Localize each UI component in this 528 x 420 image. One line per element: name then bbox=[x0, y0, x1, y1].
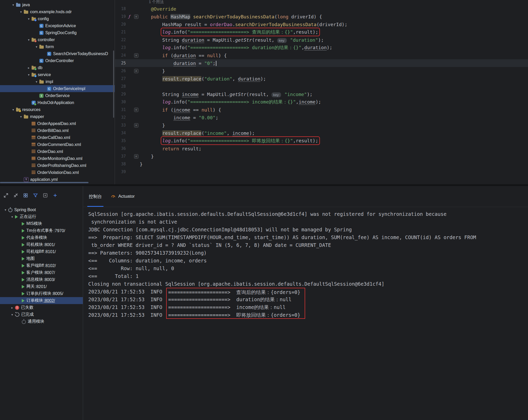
collapse-all-icon[interactable] bbox=[13, 193, 19, 198]
run-item-item[interactable]: ▾已完成 bbox=[0, 311, 83, 318]
tree-item-controller[interactable]: ▾controller bbox=[0, 36, 115, 43]
play-icon bbox=[22, 271, 25, 275]
chevron-expanded-icon[interactable]: ▾ bbox=[26, 17, 32, 21]
fold-end-icon[interactable]: ∧ bbox=[134, 123, 138, 128]
tab-actuator[interactable]: Actuator bbox=[106, 186, 139, 207]
chevron-expanded-icon[interactable]: ▾ bbox=[26, 38, 32, 42]
editor-line-28[interactable]: 28 bbox=[115, 83, 528, 90]
project-tree-horizontal-scrollbar[interactable] bbox=[0, 182, 89, 183]
run-item-item[interactable]: 客户模块 :8007/ bbox=[0, 269, 83, 276]
console-output[interactable]: SqlSession [org.apache.ibatis.session.de… bbox=[83, 207, 528, 420]
fold-start-icon[interactable]: ∨ bbox=[134, 53, 138, 58]
editor-line-39[interactable]: 39 bbox=[115, 168, 528, 176]
run-item-item[interactable]: 地图 bbox=[0, 255, 83, 262]
run-item-item[interactable]: 通用模块 bbox=[0, 318, 83, 325]
filter-icon[interactable] bbox=[33, 193, 38, 198]
expand-all-icon[interactable] bbox=[3, 193, 9, 198]
tree-item-orderprofitsharingdao-xml[interactable]: OrderProfitsharingDao.xml bbox=[0, 162, 115, 169]
add-service-icon[interactable] bbox=[52, 193, 58, 198]
tree-item-service[interactable]: ▾service bbox=[0, 71, 115, 78]
editor-line-25[interactable]: 25 duration = "0"; bbox=[115, 59, 528, 67]
editor-line-18[interactable]: 18 @Override bbox=[115, 5, 528, 13]
run-item-item[interactable]: 网关 :8201/ bbox=[0, 283, 83, 290]
tree-item-orderbilldao-xml[interactable]: OrderBillDao.xml bbox=[0, 127, 115, 134]
tree-item-exceptionadvice[interactable]: ExceptionAdvice bbox=[0, 22, 115, 29]
editor-line-21[interactable]: 21 log.info("====================> 查询后的结… bbox=[115, 28, 528, 36]
run-item-item[interactable]: 司机模块 :8001/ bbox=[0, 241, 83, 248]
run-item-bff[interactable]: 客戶端Bff :8102/ bbox=[0, 262, 83, 269]
chevron-expanded-icon[interactable]: ▾ bbox=[34, 80, 39, 84]
fold-start-icon[interactable]: ∨ bbox=[134, 108, 138, 112]
chevron-collapsed-icon[interactable]: ▸ bbox=[26, 66, 32, 70]
editor-line-38[interactable]: 38} bbox=[115, 160, 528, 168]
chevron-expanded-icon[interactable]: ▾ bbox=[34, 45, 39, 49]
fold-start-icon[interactable]: ∨ bbox=[134, 14, 138, 19]
tree-item-ordercalldao-xml[interactable]: OrderCallDao.xml bbox=[0, 134, 115, 141]
tree-item-springdocconfig[interactable]: SpringDocConfig bbox=[0, 29, 115, 36]
label: 已失败 bbox=[21, 305, 33, 310]
tree-item-java[interactable]: ▾java bbox=[0, 1, 115, 8]
run-item-item[interactable]: 代金券模块 bbox=[0, 234, 83, 241]
tree-item-orderdao-xml[interactable]: OrderDao.xml bbox=[0, 148, 115, 155]
run-item-item[interactable]: ▾正在运行 bbox=[0, 213, 83, 220]
usages-inlay-hint[interactable]: 1 个用法 bbox=[115, 0, 528, 5]
fold-end-icon[interactable]: ∧ bbox=[134, 69, 138, 73]
chevron-collapsed-icon[interactable]: ▸ bbox=[9, 306, 15, 310]
tree-item-com-example-hxds-odr[interactable]: ▾com.example.hxds.odr bbox=[0, 8, 115, 15]
chevron-expanded-icon[interactable]: ▾ bbox=[10, 108, 16, 112]
tree-item-mapper[interactable]: ▾mapper bbox=[0, 113, 115, 120]
run-item-mis[interactable]: MIS模块 bbox=[0, 220, 83, 227]
project-tree-vertical-scrollbar[interactable] bbox=[113, 50, 114, 118]
chevron-expanded-icon[interactable]: ▾ bbox=[3, 208, 8, 212]
tree-item-ordermonitoringdao-xml[interactable]: OrderMonitoringDao.xml bbox=[0, 155, 115, 162]
tree-item-form[interactable]: ▾form bbox=[0, 43, 115, 50]
editor-line-32[interactable]: 32 income = "0.00"; bbox=[115, 114, 528, 121]
tree-item-config[interactable]: ▾config bbox=[0, 15, 115, 22]
run-item-tm[interactable]: Tm分布式事务 :7970/ bbox=[0, 227, 83, 234]
chevron-expanded-icon[interactable]: ▾ bbox=[18, 10, 24, 14]
editor-line-36[interactable]: 36 return result; bbox=[115, 145, 528, 152]
editor-line-19[interactable]: 19ƒ∨ public HashMap searchDriverTodayBus… bbox=[115, 13, 528, 20]
new-tab-icon[interactable] bbox=[42, 193, 48, 198]
run-item-item[interactable]: 订单模块 :8002/ bbox=[0, 297, 83, 304]
editor-line-27[interactable]: 27 result.replace("duration", duration); bbox=[115, 75, 528, 83]
editor-line-24[interactable]: 24∨ if (duration == null) { bbox=[115, 51, 528, 59]
tree-item-orderappealdao-xml[interactable]: OrderAppealDao.xml bbox=[0, 120, 115, 127]
editor-line-29[interactable]: 29 String income = MapUtil.getStr(result… bbox=[115, 90, 528, 98]
tree-item-searchdrivertodaybusinessd[interactable]: SearchDriverTodayBusinessD bbox=[0, 50, 115, 57]
editor-line-35[interactable]: 35 log.info("====================> 即将放回结… bbox=[115, 137, 528, 145]
editor-line-30[interactable]: 30 log.info("====================> incom… bbox=[115, 98, 528, 106]
run-item-item[interactable]: 消息模块 :8003/ bbox=[0, 276, 83, 283]
tree-item-ordercommentdao-xml[interactable]: OrderCommentDao.xml bbox=[0, 141, 115, 148]
tree-item-impl[interactable]: ▾impl bbox=[0, 78, 115, 85]
run-item-spring-boot[interactable]: ▾Spring Boot bbox=[0, 206, 83, 213]
tree-item-orderservice[interactable]: OrderService bbox=[0, 92, 115, 99]
chevron-expanded-icon[interactable]: ▾ bbox=[18, 115, 24, 119]
editor-line-23[interactable]: 23 log.info("====================> durat… bbox=[115, 44, 528, 51]
xml-icon bbox=[32, 129, 35, 132]
chevron-expanded-icon[interactable]: ▾ bbox=[9, 215, 15, 219]
editor-line-31[interactable]: 31∨ if (income == null) { bbox=[115, 106, 528, 114]
editor-line-34[interactable]: 34 result.replace("income", income); bbox=[115, 129, 528, 137]
tree-item-orderserviceimpl[interactable]: OrderServiceImpl bbox=[0, 85, 115, 92]
group-by-icon[interactable] bbox=[23, 193, 28, 198]
fold-end-icon[interactable]: ∧ bbox=[134, 154, 138, 159]
editor-line-33[interactable]: 33∧ } bbox=[115, 121, 528, 129]
chevron-expanded-icon[interactable]: ▾ bbox=[26, 73, 32, 77]
editor-line-20[interactable]: 20 HashMap result = orderDao.searchDrive… bbox=[115, 20, 528, 28]
run-item-item[interactable]: ▸已失败 bbox=[0, 304, 83, 311]
run-item-item[interactable]: 订单执行模块 :8005/ bbox=[0, 290, 83, 297]
editor-line-22[interactable]: 22 String duration = MapUtil.getStr(resu… bbox=[115, 36, 528, 44]
tab-console[interactable]: 控制台 bbox=[85, 186, 106, 207]
run-item-bff[interactable]: 司机端Bff :8101/ bbox=[0, 248, 83, 255]
tree-item-db[interactable]: ▸db bbox=[0, 64, 115, 71]
tree-item-ordercontroller[interactable]: OrderController bbox=[0, 57, 115, 64]
tree-item-orderviolationdao-xml[interactable]: OrderViolationDao.xml bbox=[0, 169, 115, 176]
tree-item-hxdsodrapplication[interactable]: HxdsOdrApplication bbox=[0, 99, 115, 106]
tree-item-resources[interactable]: ▾resources bbox=[0, 106, 115, 113]
editor-line-37[interactable]: 37∧ } bbox=[115, 152, 528, 160]
chevron-expanded-icon[interactable]: ▾ bbox=[9, 313, 15, 316]
editor-line-26[interactable]: 26∧ } bbox=[115, 67, 528, 75]
override-method-icon[interactable]: ƒ bbox=[128, 14, 130, 19]
chevron-expanded-icon[interactable]: ▾ bbox=[10, 3, 16, 7]
